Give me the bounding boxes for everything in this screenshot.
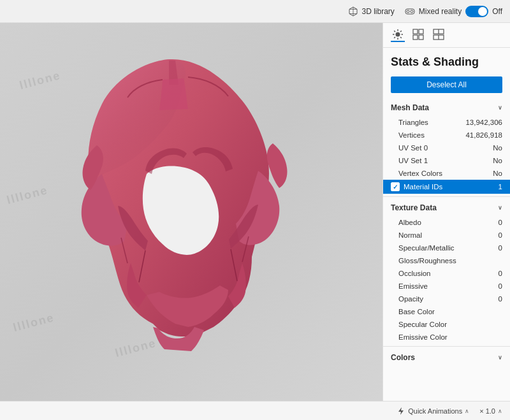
vertices-row: Vertices 41,826,918 (383, 129, 510, 141)
cube-icon (348, 6, 358, 17)
mesh-data-chevron: ∨ (498, 105, 502, 111)
specular-metallic-label: Specular/Metallic (398, 244, 483, 252)
specular-metallic-row: Specular/Metallic 0 (383, 242, 510, 254)
grid-large-icon (433, 29, 444, 40)
specular-color-label: Specular Color (398, 321, 483, 328)
svg-point-2 (411, 10, 413, 13)
grid-small-toolbar-button[interactable] (411, 28, 425, 42)
normal-row: Normal 0 (383, 229, 510, 242)
quick-animations-button[interactable]: Quick Animations ∧ (397, 407, 469, 416)
uv-set-0-label: UV Set 0 (398, 144, 483, 152)
mesh-data-label: Mesh Data (391, 103, 429, 112)
toggle-off-label: Off (492, 7, 502, 16)
gloss-roughness-label: Gloss/Roughness (398, 257, 483, 264)
occlusion-row: Occlusion 0 (383, 267, 510, 280)
watermark-ml: llllone (5, 184, 49, 207)
svg-line-11 (394, 37, 395, 38)
right-panel: Stats & Shading Deselect All Mesh Data ∨… (382, 23, 510, 401)
lightning-icon (397, 407, 405, 416)
top-bar: 3D library Mixed reality Off (0, 0, 510, 23)
emissive-label: Emissive (398, 282, 483, 290)
triangles-value: 13,942,306 (465, 119, 502, 126)
albedo-label: Albedo (398, 219, 483, 226)
gloss-roughness-row: Gloss/Roughness (383, 254, 510, 267)
material-ids-row[interactable]: Material IDs 1 (383, 180, 510, 194)
svg-line-8 (394, 31, 395, 32)
svg-point-1 (407, 10, 409, 13)
colors-chevron: ∨ (498, 354, 502, 361)
material-ids-checkbox[interactable] (391, 182, 400, 191)
grid-large-toolbar-button[interactable] (432, 28, 446, 42)
texture-data-label: Texture Data (391, 203, 437, 212)
divider-2 (383, 346, 510, 347)
deselect-all-button[interactable]: Deselect All (391, 76, 502, 93)
helmet-container (70, 47, 312, 378)
texture-data-chevron: ∨ (498, 205, 502, 211)
uv-set-0-row: UV Set 0 No (383, 141, 510, 154)
watermark-tl: llllone (18, 69, 62, 92)
normal-label: Normal (398, 231, 483, 239)
triangles-row: Triangles 13,942,306 (383, 116, 510, 129)
3d-library-button[interactable]: 3D library (348, 6, 394, 17)
3d-library-label: 3D library (361, 7, 394, 16)
main-content: llllone llllone llllone llllone llllone … (0, 23, 510, 401)
triangles-label: Triangles (398, 119, 465, 126)
vertices-value: 41,826,918 (465, 131, 502, 139)
svg-line-10 (400, 31, 402, 32)
zoom-label: × 1.0 (479, 407, 495, 415)
sun-toolbar-button[interactable] (391, 28, 405, 42)
texture-data-header[interactable]: Texture Data ∨ (383, 199, 510, 216)
uv-set-0-value: No (483, 144, 502, 152)
watermark-bl: llllone (11, 311, 55, 335)
panel-toolbar (383, 23, 510, 48)
svg-rect-13 (419, 29, 423, 34)
svg-rect-15 (419, 35, 423, 40)
emissive-row: Emissive 0 (383, 280, 510, 293)
occlusion-value: 0 (483, 270, 502, 277)
opacity-row: Opacity 0 (383, 293, 510, 305)
base-color-row: Base Color (383, 305, 510, 318)
occlusion-label: Occlusion (398, 270, 483, 277)
vertex-colors-label: Vertex Colors (398, 170, 483, 177)
svg-line-9 (400, 37, 402, 38)
quick-animations-label: Quick Animations (408, 407, 462, 415)
opacity-label: Opacity (398, 295, 483, 303)
divider-1 (383, 196, 510, 197)
grid-small-icon (412, 29, 424, 40)
colors-section-header[interactable]: Colors ∨ (383, 349, 510, 366)
quick-animations-chevron: ∧ (465, 408, 469, 414)
vertex-colors-value: No (483, 170, 502, 177)
zoom-chevron: ∧ (498, 408, 502, 414)
svg-rect-14 (413, 35, 418, 40)
colors-label: Colors (391, 353, 415, 362)
vertex-colors-row: Vertex Colors No (383, 167, 510, 180)
uv-set-1-row: UV Set 1 No (383, 154, 510, 167)
uv-set-1-value: No (483, 157, 502, 164)
viewport[interactable]: llllone llllone llllone llllone llllone … (0, 23, 382, 401)
vertices-label: Vertices (398, 131, 465, 139)
specular-metallic-value: 0 (483, 244, 502, 252)
mixed-reality-toggle[interactable]: Mixed reality Off (405, 6, 502, 17)
albedo-row: Albedo 0 (383, 216, 510, 229)
panel-title: Stats & Shading (383, 48, 510, 74)
toggle-switch[interactable] (465, 6, 488, 17)
mixed-reality-label: Mixed reality (419, 7, 462, 16)
albedo-value: 0 (483, 219, 502, 226)
mesh-data-header[interactable]: Mesh Data ∨ (383, 99, 510, 116)
base-color-label: Base Color (398, 308, 483, 315)
normal-value: 0 (483, 231, 502, 239)
helmet-svg (70, 47, 312, 378)
material-ids-value: 1 (483, 183, 502, 191)
emissive-value: 0 (483, 282, 502, 290)
toggle-knob (478, 7, 487, 16)
material-ids-label: Material IDs (404, 183, 483, 191)
emissive-color-row: Emissive Color (383, 331, 510, 344)
bottom-bar: Quick Animations ∧ × 1.0 ∧ (0, 401, 510, 420)
svg-marker-20 (398, 407, 404, 415)
zoom-control[interactable]: × 1.0 ∧ (479, 407, 502, 415)
vr-icon (405, 6, 415, 17)
svg-rect-12 (413, 29, 418, 34)
specular-color-row: Specular Color (383, 318, 510, 331)
uv-set-1-label: UV Set 1 (398, 157, 483, 164)
emissive-color-label: Emissive Color (398, 333, 483, 341)
